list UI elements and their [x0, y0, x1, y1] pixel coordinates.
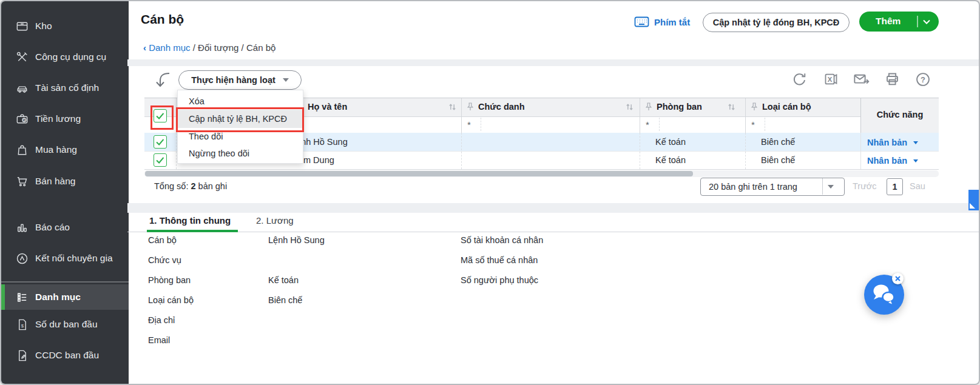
detail-label: Địa chỉ: [148, 315, 175, 325]
sidebar: Kho Công cụ dụng cụ Tài sản cố định $ Ti…: [1, 1, 129, 385]
excel-export-icon[interactable]: X: [823, 71, 839, 87]
chevron-down-icon: [828, 185, 834, 189]
arrow-icon: [970, 203, 975, 209]
total-records: Tổng số: 2 bản ghi: [154, 181, 227, 191]
menu-item-unfollow[interactable]: Ngừng theo dõi: [178, 145, 303, 162]
sidebar-item-label: Tài sản cố định: [35, 82, 99, 93]
fixed-asset-icon: [15, 81, 29, 95]
breadcrumb-root-link[interactable]: Danh mục: [149, 42, 190, 53]
category-icon: [15, 290, 29, 304]
duplicate-action-label: Nhân bản: [867, 156, 907, 166]
sidebar-item-bao-cao[interactable]: Báo cáo: [1, 216, 129, 238]
help-icon[interactable]: ?: [914, 71, 931, 88]
detail-label-right: Số người phụ thuộc: [461, 275, 538, 285]
opening-tools-icon: [15, 349, 29, 363]
shortcut-link[interactable]: Phím tắt: [654, 17, 690, 27]
check-icon: [154, 154, 166, 166]
chat-close-button[interactable]: [892, 273, 904, 284]
batch-action-label: Thực hiện hàng loạt: [191, 75, 275, 85]
sidebar-item-mua-hang[interactable]: Mua hàng: [1, 139, 129, 161]
page-title: Cán bộ: [141, 12, 184, 27]
keyboard-icon: [634, 16, 649, 28]
page-size-value: 20 bản ghi trên 1 trang: [709, 182, 797, 192]
sidebar-item-label: Kho: [35, 21, 52, 32]
table-bottom-border: [144, 169, 939, 170]
sidebar-item-tai-san[interactable]: Tài sản cố định: [1, 77, 129, 99]
detail-value: Lệnh Hồ Sung: [268, 235, 325, 245]
detail-value: Kế toán: [268, 275, 299, 285]
sidebar-item-kho[interactable]: Kho: [1, 15, 129, 37]
column-header-name[interactable]: Họ và tên: [308, 102, 347, 112]
tab-general-info[interactable]: 1. Thông tin chung: [149, 215, 231, 226]
detail-label: Cán bộ: [148, 235, 177, 245]
tab-salary[interactable]: 2. Lương: [256, 215, 294, 226]
cell-department: Kế toán: [655, 155, 686, 165]
pin-icon[interactable]: [644, 102, 653, 112]
column-header-department[interactable]: Phòng ban: [657, 102, 702, 112]
sidebar-item-label: Số dư ban đầu: [35, 319, 98, 330]
sidebar-item-tien-luong[interactable]: $ Tiền lương: [1, 108, 129, 130]
sidebar-item-label: Bán hàng: [35, 176, 75, 187]
annotation-box-menu-item: [176, 107, 304, 132]
detail-label-right: Mã số thuế cá nhân: [461, 255, 538, 265]
sidebar-divider: [1, 281, 129, 283]
sidebar-item-ket-noi[interactable]: Kết nối chuyên gia: [1, 247, 129, 269]
sidebar-item-ccdc[interactable]: CCDC ban đầu: [1, 344, 129, 366]
opening-balance-icon: $: [15, 318, 29, 332]
svg-text:?: ?: [921, 75, 925, 84]
pane-separator-band: [127, 203, 979, 213]
email-send-icon[interactable]: [853, 71, 870, 87]
page-size-select[interactable]: 20 bản ghi trên 1 trang: [700, 178, 845, 196]
cell-staff-type: Biên chế: [761, 155, 795, 165]
cell-staff-type: Biên chế: [761, 137, 795, 147]
sidebar-item-label: Tiền lương: [35, 113, 81, 124]
duplicate-action-link[interactable]: Nhân bản: [867, 137, 918, 148]
add-button-label: Thêm: [876, 16, 901, 27]
batch-action-dropdown[interactable]: Thực hiện hàng loạt: [178, 70, 302, 90]
horizontal-scrollbar-thumb[interactable]: [145, 171, 693, 176]
current-page-number: 1: [892, 182, 897, 192]
update-insurance-rate-button[interactable]: Cập nhật tỷ lệ đóng BH, KPCĐ: [703, 13, 850, 32]
chevron-down-icon: [913, 141, 918, 144]
row-checkbox[interactable]: [154, 153, 167, 167]
next-page-button[interactable]: Sau: [910, 181, 925, 191]
chevron-down-icon: [283, 78, 289, 82]
add-button[interactable]: Thêm: [859, 12, 939, 32]
sidebar-item-label: Danh mục: [35, 292, 81, 303]
sidebar-item-ban-hang[interactable]: Bán hàng: [1, 170, 129, 192]
close-icon: [892, 273, 904, 284]
row-checkbox[interactable]: [154, 135, 167, 149]
detail-value: Biên chế: [268, 295, 302, 305]
detail-label: Email: [148, 335, 170, 345]
total-label: Tổng số:: [154, 181, 188, 191]
sidebar-item-cong-cu[interactable]: Công cụ dụng cụ: [1, 46, 129, 68]
duplicate-action-link[interactable]: Nhân bản: [867, 155, 918, 166]
svg-text:$: $: [21, 323, 24, 329]
pin-icon[interactable]: [750, 102, 759, 112]
filter-operator-staff-type[interactable]: *: [751, 119, 755, 130]
cell-name: m Dung: [303, 155, 334, 165]
total-count: 2: [191, 181, 195, 191]
filter-operator-title[interactable]: *: [467, 119, 471, 130]
column-header-staff-type[interactable]: Loại cán bộ: [762, 102, 811, 112]
sidebar-item-so-du[interactable]: $ Số dư ban đầu: [1, 313, 129, 335]
sort-icon[interactable]: [727, 102, 736, 112]
side-panel-handle[interactable]: [968, 190, 979, 210]
print-icon[interactable]: [884, 71, 901, 87]
pin-icon[interactable]: [466, 102, 475, 112]
breadcrumb-back-icon[interactable]: ‹: [143, 42, 146, 53]
chevron-down-icon[interactable]: [922, 19, 931, 25]
filter-separator: [659, 118, 660, 131]
sidebar-item-danh-muc[interactable]: Danh mục: [1, 284, 129, 310]
filter-separator: [765, 118, 765, 131]
current-page-box[interactable]: 1: [887, 178, 903, 195]
sort-icon[interactable]: [448, 102, 457, 112]
sort-icon[interactable]: [625, 102, 634, 112]
column-header-actions[interactable]: Chức năng: [861, 110, 939, 119]
filter-separator: [481, 118, 481, 131]
active-indicator-bar: [1, 284, 5, 310]
prev-page-button[interactable]: Trước: [853, 181, 877, 191]
refresh-icon[interactable]: [791, 71, 808, 87]
column-header-title[interactable]: Chức danh: [478, 102, 525, 112]
filter-operator-department[interactable]: *: [646, 119, 649, 130]
